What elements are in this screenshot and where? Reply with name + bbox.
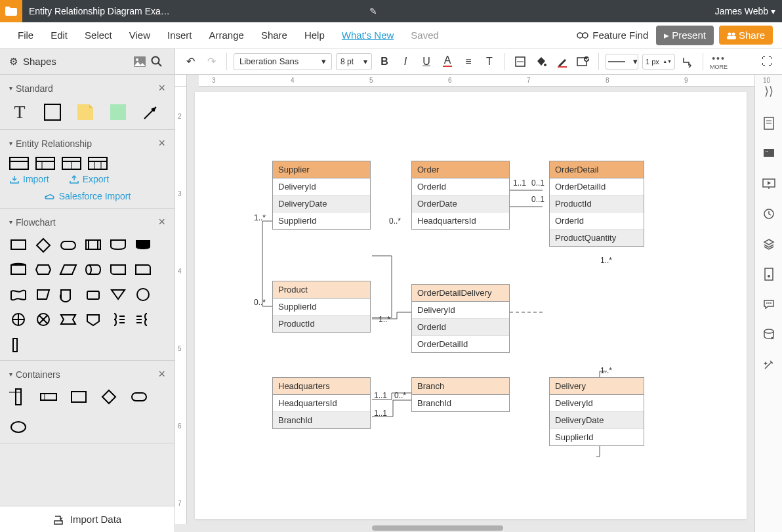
edit-title-icon[interactable]: ✎: [369, 6, 377, 16]
flowchart-shape-24[interactable]: [9, 335, 28, 354]
entity-row[interactable]: DeliveryId: [412, 302, 509, 319]
flowchart-shape-10[interactable]: [109, 260, 127, 279]
entity-row[interactable]: HeadquartersId: [273, 395, 370, 412]
entity-header[interactable]: Branch: [412, 378, 509, 395]
entity-row[interactable]: BranchId: [273, 412, 370, 428]
align-icon[interactable]: ≡: [460, 53, 477, 70]
entity-headquarters[interactable]: HeadquartersHeadquartersIdBranchId: [272, 377, 371, 429]
shape-fit-icon[interactable]: [512, 53, 529, 70]
entity-header[interactable]: OrderDetail: [550, 161, 644, 178]
flowchart-shape-3[interactable]: [84, 235, 102, 254]
data-icon[interactable]: [761, 327, 777, 342]
folder-icon[interactable]: [0, 0, 22, 22]
entity-order[interactable]: OrderOrderIdOrderDateHeadquartersId: [411, 161, 510, 230]
flowchart-shape-20[interactable]: [59, 310, 77, 329]
menu-whatsnew[interactable]: What's New: [333, 30, 403, 41]
shape-text[interactable]: T: [9, 102, 30, 123]
shape-er2[interactable]: [35, 157, 55, 170]
canvas[interactable]: SupplierDeliveryIdDeliveryDateSupplierId…: [195, 92, 747, 519]
present-button[interactable]: ▸ Present: [656, 26, 714, 45]
redo-icon[interactable]: ↷: [203, 53, 220, 70]
entity-row[interactable]: DeliveryDate: [550, 412, 644, 429]
border-color-icon[interactable]: [554, 53, 571, 70]
menu-view[interactable]: View: [121, 30, 159, 41]
shape-note[interactable]: [75, 102, 96, 123]
flowchart-shape-22[interactable]: [109, 310, 127, 329]
flowchart-shape-17[interactable]: [134, 285, 152, 304]
flowchart-shape-15[interactable]: [84, 285, 102, 304]
section-containers[interactable]: Containers: [16, 369, 60, 380]
container-shape-2[interactable]: [70, 388, 88, 406]
history-icon[interactable]: [761, 206, 777, 222]
collapse-icon[interactable]: ⟩⟩: [764, 81, 773, 101]
entity-header[interactable]: Order: [412, 161, 509, 178]
image-icon[interactable]: [131, 53, 148, 70]
flowchart-shape-0[interactable]: [9, 235, 28, 254]
entity-product[interactable]: ProductSupplierIdProductId: [272, 281, 371, 333]
shape-style-icon[interactable]: [575, 53, 592, 70]
page-settings-icon[interactable]: [761, 115, 777, 131]
flowchart-shape-16[interactable]: [109, 285, 127, 304]
entity-row[interactable]: BranchId: [412, 395, 509, 411]
entity-header[interactable]: Delivery: [550, 378, 644, 395]
entity-row[interactable]: ProductId: [273, 316, 370, 332]
section-standard[interactable]: Standard: [16, 83, 53, 94]
entity-row[interactable]: SupplierId: [273, 213, 370, 229]
shape-er3[interactable]: [62, 157, 81, 170]
flowchart-shape-9[interactable]: [84, 260, 102, 279]
feature-find[interactable]: Feature Find: [577, 30, 648, 41]
entity-header[interactable]: OrderDetailDelivery: [412, 285, 509, 302]
entity-row[interactable]: HeadquartersId: [412, 213, 509, 229]
entity-row[interactable]: OrderDetailId: [412, 336, 509, 352]
fullscreen-icon[interactable]: ⛶: [758, 53, 775, 70]
entity-supplier[interactable]: SupplierDeliveryIdDeliveryDateSupplierId: [272, 161, 371, 230]
flowchart-shape-7[interactable]: [34, 260, 52, 279]
layers-icon[interactable]: [761, 236, 777, 252]
menu-edit[interactable]: Edit: [42, 30, 76, 41]
entity-row[interactable]: OrderId: [412, 178, 509, 195]
text-icon[interactable]: T: [481, 53, 498, 70]
entity-orderdetail[interactable]: OrderDetailOrderDetailIdProductIdOrderId…: [549, 161, 644, 247]
flowchart-shape-8[interactable]: [59, 260, 77, 279]
entity-header[interactable]: Supplier: [273, 161, 370, 178]
close-containers-icon[interactable]: ×: [158, 367, 165, 381]
entity-branch[interactable]: BranchBranchId: [411, 377, 510, 412]
flowchart-shape-12[interactable]: [9, 285, 28, 304]
entity-row[interactable]: DeliveryDate: [273, 195, 370, 213]
flowchart-shape-5[interactable]: [134, 235, 152, 254]
master-icon[interactable]: [761, 266, 777, 282]
section-er[interactable]: Entity Relationship: [16, 138, 92, 149]
comments-icon[interactable]: ": [761, 146, 777, 161]
shape-er4[interactable]: [88, 157, 108, 170]
salesforce-import-link[interactable]: Salesforce Import: [9, 191, 165, 201]
line-style-select[interactable]: ▾: [606, 54, 638, 70]
entity-row[interactable]: OrderId: [412, 319, 509, 336]
export-link[interactable]: Export: [69, 174, 109, 184]
shape-er1[interactable]: [9, 157, 29, 170]
entity-row[interactable]: ProductQuantity: [550, 230, 644, 246]
undo-icon[interactable]: ↶: [182, 53, 199, 70]
user-menu[interactable]: James Webb ▾: [715, 6, 775, 16]
fill-color-icon[interactable]: [533, 53, 550, 70]
menu-arrange[interactable]: Arrange: [201, 30, 253, 41]
close-flowchart-icon[interactable]: ×: [158, 215, 165, 229]
line-path-icon[interactable]: [679, 53, 696, 70]
scrollbar-horizontal[interactable]: [372, 525, 503, 531]
menu-share[interactable]: Share: [253, 30, 296, 41]
container-shape-3[interactable]: [100, 388, 118, 406]
import-link[interactable]: Import: [9, 174, 49, 184]
flowchart-shape-14[interactable]: [59, 285, 77, 304]
flowchart-shape-6[interactable]: [9, 260, 28, 279]
menu-help[interactable]: Help: [296, 30, 333, 41]
entity-row[interactable]: ProductId: [550, 195, 644, 213]
flowchart-shape-13[interactable]: [34, 285, 52, 304]
entity-header[interactable]: Product: [273, 281, 370, 298]
section-flowchart[interactable]: Flowchart: [16, 217, 56, 228]
shapes-settings-icon[interactable]: ⚙: [9, 56, 18, 68]
container-shape-0[interactable]: [9, 388, 28, 406]
font-select[interactable]: Liberation Sans▾: [234, 53, 332, 70]
close-er-icon[interactable]: ×: [158, 136, 165, 150]
line-width-select[interactable]: 1 px▲▼: [642, 54, 675, 70]
flowchart-shape-23[interactable]: [134, 310, 152, 329]
search-icon[interactable]: [148, 53, 165, 70]
